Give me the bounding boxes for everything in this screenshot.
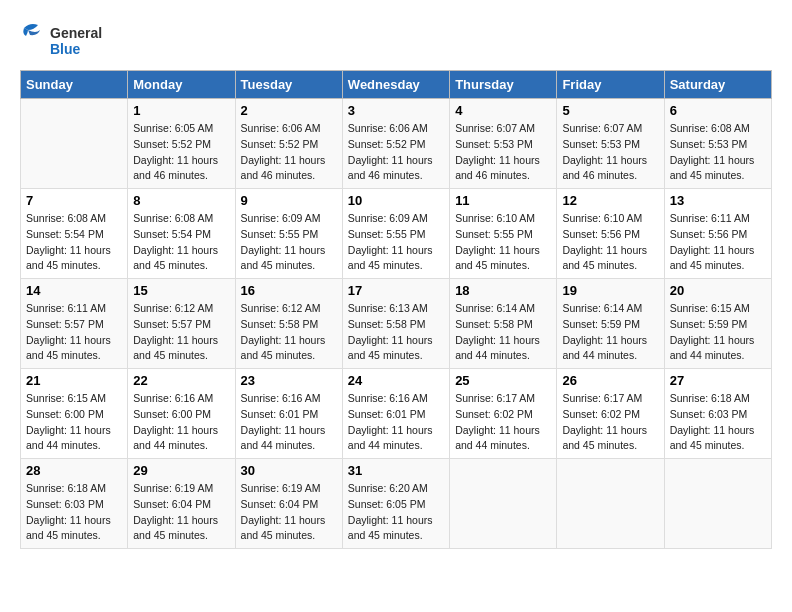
day-info: Sunrise: 6:07 AMSunset: 5:53 PMDaylight:… <box>455 121 551 184</box>
cell-week2-day1: 7Sunrise: 6:08 AMSunset: 5:54 PMDaylight… <box>21 189 128 279</box>
day-number: 13 <box>670 193 766 208</box>
header-friday: Friday <box>557 71 664 99</box>
day-number: 2 <box>241 103 337 118</box>
cell-week4-day2: 22Sunrise: 6:16 AMSunset: 6:00 PMDayligh… <box>128 369 235 459</box>
day-info: Sunrise: 6:11 AMSunset: 5:56 PMDaylight:… <box>670 211 766 274</box>
cell-week1-day5: 4Sunrise: 6:07 AMSunset: 5:53 PMDaylight… <box>450 99 557 189</box>
cell-week2-day7: 13Sunrise: 6:11 AMSunset: 5:56 PMDayligh… <box>664 189 771 279</box>
cell-week1-day6: 5Sunrise: 6:07 AMSunset: 5:53 PMDaylight… <box>557 99 664 189</box>
day-number: 9 <box>241 193 337 208</box>
day-number: 11 <box>455 193 551 208</box>
day-info: Sunrise: 6:12 AMSunset: 5:57 PMDaylight:… <box>133 301 229 364</box>
header-tuesday: Tuesday <box>235 71 342 99</box>
cell-week5-day2: 29Sunrise: 6:19 AMSunset: 6:04 PMDayligh… <box>128 459 235 549</box>
day-info: Sunrise: 6:17 AMSunset: 6:02 PMDaylight:… <box>455 391 551 454</box>
day-number: 29 <box>133 463 229 478</box>
day-info: Sunrise: 6:18 AMSunset: 6:03 PMDaylight:… <box>670 391 766 454</box>
cell-week4-day3: 23Sunrise: 6:16 AMSunset: 6:01 PMDayligh… <box>235 369 342 459</box>
day-number: 5 <box>562 103 658 118</box>
day-number: 16 <box>241 283 337 298</box>
day-info: Sunrise: 6:20 AMSunset: 6:05 PMDaylight:… <box>348 481 444 544</box>
cell-week5-day6 <box>557 459 664 549</box>
week-row-3: 14Sunrise: 6:11 AMSunset: 5:57 PMDayligh… <box>21 279 772 369</box>
cell-week3-day6: 19Sunrise: 6:14 AMSunset: 5:59 PMDayligh… <box>557 279 664 369</box>
cell-week3-day1: 14Sunrise: 6:11 AMSunset: 5:57 PMDayligh… <box>21 279 128 369</box>
week-row-2: 7Sunrise: 6:08 AMSunset: 5:54 PMDaylight… <box>21 189 772 279</box>
day-info: Sunrise: 6:12 AMSunset: 5:58 PMDaylight:… <box>241 301 337 364</box>
day-number: 20 <box>670 283 766 298</box>
header-wednesday: Wednesday <box>342 71 449 99</box>
day-number: 18 <box>455 283 551 298</box>
day-info: Sunrise: 6:14 AMSunset: 5:59 PMDaylight:… <box>562 301 658 364</box>
cell-week5-day5 <box>450 459 557 549</box>
cell-week4-day4: 24Sunrise: 6:16 AMSunset: 6:01 PMDayligh… <box>342 369 449 459</box>
day-info: Sunrise: 6:10 AMSunset: 5:55 PMDaylight:… <box>455 211 551 274</box>
day-number: 1 <box>133 103 229 118</box>
day-number: 22 <box>133 373 229 388</box>
cell-week3-day4: 17Sunrise: 6:13 AMSunset: 5:58 PMDayligh… <box>342 279 449 369</box>
day-number: 21 <box>26 373 122 388</box>
day-info: Sunrise: 6:08 AMSunset: 5:54 PMDaylight:… <box>133 211 229 274</box>
cell-week4-day5: 25Sunrise: 6:17 AMSunset: 6:02 PMDayligh… <box>450 369 557 459</box>
day-number: 10 <box>348 193 444 208</box>
cell-week1-day4: 3Sunrise: 6:06 AMSunset: 5:52 PMDaylight… <box>342 99 449 189</box>
day-number: 8 <box>133 193 229 208</box>
svg-text:General: General <box>50 25 102 41</box>
cell-week1-day7: 6Sunrise: 6:08 AMSunset: 5:53 PMDaylight… <box>664 99 771 189</box>
day-number: 6 <box>670 103 766 118</box>
cell-week2-day4: 10Sunrise: 6:09 AMSunset: 5:55 PMDayligh… <box>342 189 449 279</box>
header-sunday: Sunday <box>21 71 128 99</box>
cell-week3-day7: 20Sunrise: 6:15 AMSunset: 5:59 PMDayligh… <box>664 279 771 369</box>
cell-week3-day2: 15Sunrise: 6:12 AMSunset: 5:57 PMDayligh… <box>128 279 235 369</box>
day-info: Sunrise: 6:09 AMSunset: 5:55 PMDaylight:… <box>348 211 444 274</box>
logo-svg: General Blue <box>20 20 130 60</box>
cell-week2-day2: 8Sunrise: 6:08 AMSunset: 5:54 PMDaylight… <box>128 189 235 279</box>
day-info: Sunrise: 6:18 AMSunset: 6:03 PMDaylight:… <box>26 481 122 544</box>
cell-week1-day2: 1Sunrise: 6:05 AMSunset: 5:52 PMDaylight… <box>128 99 235 189</box>
cell-week1-day3: 2Sunrise: 6:06 AMSunset: 5:52 PMDaylight… <box>235 99 342 189</box>
day-number: 25 <box>455 373 551 388</box>
cell-week4-day7: 27Sunrise: 6:18 AMSunset: 6:03 PMDayligh… <box>664 369 771 459</box>
svg-text:Blue: Blue <box>50 41 81 57</box>
logo: General Blue <box>20 20 130 60</box>
cell-week3-day5: 18Sunrise: 6:14 AMSunset: 5:58 PMDayligh… <box>450 279 557 369</box>
day-info: Sunrise: 6:09 AMSunset: 5:55 PMDaylight:… <box>241 211 337 274</box>
cell-week3-day3: 16Sunrise: 6:12 AMSunset: 5:58 PMDayligh… <box>235 279 342 369</box>
day-info: Sunrise: 6:11 AMSunset: 5:57 PMDaylight:… <box>26 301 122 364</box>
day-number: 23 <box>241 373 337 388</box>
day-info: Sunrise: 6:15 AMSunset: 5:59 PMDaylight:… <box>670 301 766 364</box>
week-row-5: 28Sunrise: 6:18 AMSunset: 6:03 PMDayligh… <box>21 459 772 549</box>
day-info: Sunrise: 6:17 AMSunset: 6:02 PMDaylight:… <box>562 391 658 454</box>
cell-week5-day1: 28Sunrise: 6:18 AMSunset: 6:03 PMDayligh… <box>21 459 128 549</box>
day-info: Sunrise: 6:16 AMSunset: 6:00 PMDaylight:… <box>133 391 229 454</box>
cell-week1-day1 <box>21 99 128 189</box>
day-info: Sunrise: 6:14 AMSunset: 5:58 PMDaylight:… <box>455 301 551 364</box>
day-number: 17 <box>348 283 444 298</box>
day-number: 12 <box>562 193 658 208</box>
logo: General Blue <box>20 20 130 60</box>
cell-week4-day1: 21Sunrise: 6:15 AMSunset: 6:00 PMDayligh… <box>21 369 128 459</box>
calendar-table: SundayMondayTuesdayWednesdayThursdayFrid… <box>20 70 772 549</box>
day-number: 7 <box>26 193 122 208</box>
day-info: Sunrise: 6:19 AMSunset: 6:04 PMDaylight:… <box>241 481 337 544</box>
day-number: 24 <box>348 373 444 388</box>
cell-week5-day3: 30Sunrise: 6:19 AMSunset: 6:04 PMDayligh… <box>235 459 342 549</box>
day-info: Sunrise: 6:08 AMSunset: 5:54 PMDaylight:… <box>26 211 122 274</box>
day-number: 3 <box>348 103 444 118</box>
day-number: 19 <box>562 283 658 298</box>
cell-week4-day6: 26Sunrise: 6:17 AMSunset: 6:02 PMDayligh… <box>557 369 664 459</box>
header-monday: Monday <box>128 71 235 99</box>
day-info: Sunrise: 6:06 AMSunset: 5:52 PMDaylight:… <box>348 121 444 184</box>
day-info: Sunrise: 6:06 AMSunset: 5:52 PMDaylight:… <box>241 121 337 184</box>
day-info: Sunrise: 6:05 AMSunset: 5:52 PMDaylight:… <box>133 121 229 184</box>
day-info: Sunrise: 6:15 AMSunset: 6:00 PMDaylight:… <box>26 391 122 454</box>
day-info: Sunrise: 6:08 AMSunset: 5:53 PMDaylight:… <box>670 121 766 184</box>
cell-week5-day7 <box>664 459 771 549</box>
header-saturday: Saturday <box>664 71 771 99</box>
day-info: Sunrise: 6:16 AMSunset: 6:01 PMDaylight:… <box>241 391 337 454</box>
day-number: 14 <box>26 283 122 298</box>
day-info: Sunrise: 6:13 AMSunset: 5:58 PMDaylight:… <box>348 301 444 364</box>
day-info: Sunrise: 6:16 AMSunset: 6:01 PMDaylight:… <box>348 391 444 454</box>
week-row-1: 1Sunrise: 6:05 AMSunset: 5:52 PMDaylight… <box>21 99 772 189</box>
day-number: 30 <box>241 463 337 478</box>
